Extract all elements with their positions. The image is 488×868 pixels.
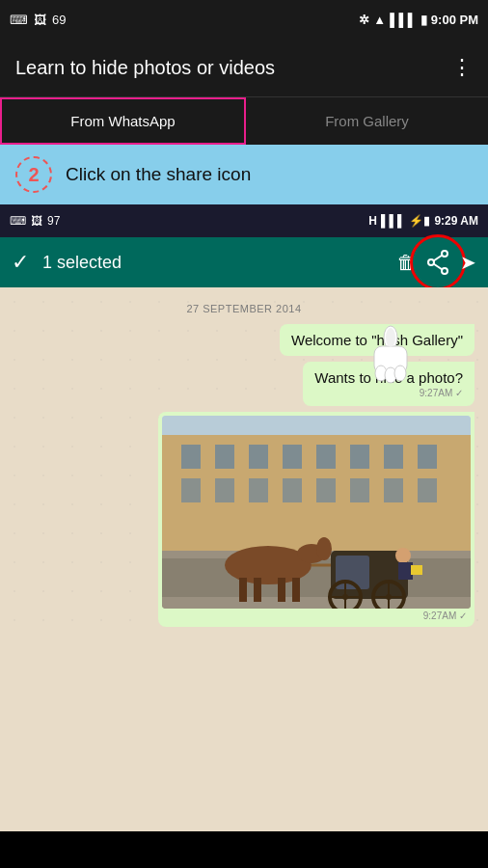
screenshot-container: ⌨ 🖼 97 H ▌▌▌ ⚡▮ 9:29 AM ✓ 1 selected 🗑 — [0, 204, 488, 831]
inner-network-type: H — [368, 214, 377, 228]
svg-rect-25 — [316, 478, 336, 502]
svg-point-49 — [395, 548, 411, 563]
svg-rect-28 — [418, 478, 437, 502]
inner-usb-icon: ⌨ — [10, 214, 26, 228]
usb-icon: ⌨ — [10, 13, 28, 27]
step-number: 2 — [15, 156, 52, 193]
svg-line-3 — [434, 256, 443, 261]
inner-time: 9:29 AM — [434, 214, 478, 228]
status-left-icons: ⌨ 🖼 69 — [10, 13, 66, 27]
svg-rect-23 — [249, 478, 268, 502]
svg-rect-37 — [292, 578, 300, 602]
battery-icon: ▮ — [420, 13, 427, 27]
image-icon: 🖼 — [34, 13, 46, 27]
image-time: 9:27AM ✓ — [162, 609, 471, 623]
chat-message-2: Wants to hide a photo? 9:27AM ✓ — [303, 362, 474, 406]
app-bar: Learn to hide photos or videos ⋮ — [0, 39, 488, 96]
chat-image-bubble: 9:27AM ✓ — [158, 412, 474, 627]
chat-area: 27 SEPTEMBER 2014 Welcome to "hush Galle… — [0, 287, 488, 642]
svg-rect-20 — [418, 445, 437, 469]
tab-bar: From WhatsApp From Gallery — [0, 96, 488, 145]
svg-rect-51 — [411, 565, 422, 575]
instruction-text: Click on the share icon — [66, 164, 251, 185]
svg-line-4 — [434, 264, 443, 270]
svg-rect-27 — [384, 478, 403, 502]
message-time: 9:27AM ✓ — [314, 388, 463, 398]
svg-point-33 — [316, 537, 332, 560]
svg-rect-36 — [278, 578, 285, 602]
status-bar: ⌨ 🖼 69 ✲ ▲ ▌▌▌ ▮ 9:00 PM — [0, 0, 488, 39]
svg-rect-14 — [215, 445, 234, 469]
forward-icon[interactable]: ➤ — [460, 251, 476, 274]
svg-rect-21 — [181, 478, 201, 502]
inner-status-right: H ▌▌▌ ⚡▮ 9:29 AM — [368, 214, 478, 228]
svg-rect-26 — [350, 478, 369, 502]
wifi-icon: ▲ — [373, 13, 386, 27]
bluetooth-icon: ✲ — [359, 13, 369, 27]
time-display: 9:00 PM — [431, 13, 478, 27]
selected-count-text: 1 selected — [42, 253, 383, 273]
share-icon[interactable] — [423, 248, 452, 277]
checkmark-icon[interactable]: ✓ — [12, 250, 29, 275]
inner-signal-icon: ▌▌▌ — [381, 214, 406, 228]
selection-actions: 🗑 ➤ — [396, 248, 476, 277]
tab-gallery[interactable]: From Gallery — [246, 97, 488, 145]
horse-carriage-image — [162, 416, 471, 609]
inner-image-icon: 🖼 — [31, 214, 42, 228]
svg-rect-22 — [215, 478, 234, 502]
svg-rect-34 — [239, 578, 247, 602]
date-separator: 27 SEPTEMBER 2014 — [14, 303, 474, 314]
svg-rect-15 — [249, 445, 268, 469]
inner-status-left: ⌨ 🖼 97 — [10, 214, 60, 228]
tab-whatsapp[interactable]: From WhatsApp — [0, 97, 246, 145]
inner-selection-bar: ✓ 1 selected 🗑 ➤ — [0, 237, 488, 287]
inner-status-bar: ⌨ 🖼 97 H ▌▌▌ ⚡▮ 9:29 AM — [0, 204, 488, 237]
svg-rect-13 — [181, 445, 201, 469]
svg-rect-50 — [398, 562, 413, 580]
svg-rect-18 — [350, 445, 369, 469]
app-title: Learn to hide photos or videos — [15, 57, 275, 79]
overflow-menu-icon[interactable]: ⋮ — [451, 55, 473, 80]
inner-battery-count: 97 — [47, 214, 60, 228]
bottom-chat-area — [0, 642, 488, 831]
signal-icon: ▌▌▌ — [390, 13, 417, 27]
svg-rect-24 — [283, 478, 302, 502]
inner-battery-icon: ⚡▮ — [409, 214, 430, 228]
delete-icon[interactable]: 🗑 — [396, 252, 416, 274]
instruction-banner: 2 Click on the share icon — [0, 145, 488, 204]
svg-rect-19 — [384, 445, 403, 469]
chat-message-1: Welcome to "hush Gallery" — [280, 324, 474, 356]
status-right: ✲ ▲ ▌▌▌ ▮ 9:00 PM — [359, 13, 478, 27]
svg-rect-17 — [316, 445, 336, 469]
battery-level: 69 — [52, 13, 66, 27]
svg-rect-16 — [283, 445, 302, 469]
svg-rect-35 — [254, 578, 261, 602]
